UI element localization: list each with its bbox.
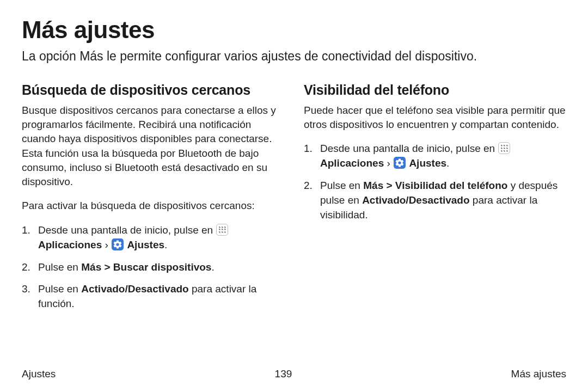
page-footer: Ajustes 139 Más ajustes <box>22 368 566 380</box>
left-column: Búsqueda de dispositivos cercanos Busque… <box>22 82 284 319</box>
apps-label: Aplicaciones <box>320 157 384 169</box>
footer-left: Ajustes <box>22 368 56 380</box>
right-column: Visibilidad del teléfono Puede hacer que… <box>304 82 566 319</box>
period: . <box>446 157 449 169</box>
step-item: Pulse en Más > Visibilidad del teléfono … <box>304 179 566 223</box>
page-title: Más ajustes <box>22 16 566 44</box>
footer-right: Más ajustes <box>511 368 566 380</box>
settings-label: Ajustes <box>409 157 446 169</box>
step-bold: Más > Visibilidad del teléfono <box>363 180 507 191</box>
step-item: Pulse en Más > Buscar dispositivos. <box>22 260 284 275</box>
step-text: Pulse en <box>320 180 363 191</box>
intro-text: La opción Más le permite configurar vari… <box>22 48 566 65</box>
step-bold: Más > Buscar dispositivos <box>81 261 211 273</box>
step-bold: Activado/Desactivado <box>81 283 188 295</box>
settings-label: Ajustes <box>127 239 164 250</box>
apps-label: Aplicaciones <box>38 239 102 250</box>
period: . <box>211 261 214 273</box>
section-para-visibility: Puede hacer que el teléfono sea visible … <box>304 103 566 132</box>
step-item: Desde una pantalla de inicio, pulse en A… <box>304 142 566 171</box>
steps-nearby: Desde una pantalla de inicio, pulse en A… <box>22 223 284 312</box>
step-bold: Activado/Desactivado <box>362 194 469 206</box>
step-item: Pulse en Activado/Desactivado para activ… <box>22 282 284 311</box>
step-text: Desde una pantalla de inicio, pulse en <box>38 224 216 236</box>
separator: › <box>384 157 393 169</box>
section-lead-nearby: Para activar la búsqueda de dispositivos… <box>22 199 284 213</box>
step-text: Pulse en <box>38 261 81 273</box>
settings-icon <box>112 238 124 250</box>
footer-page-number: 139 <box>275 368 292 380</box>
period: . <box>164 239 167 250</box>
section-para-nearby: Busque dispositivos cercanos para conect… <box>22 103 284 189</box>
step-text: Pulse en <box>38 283 81 295</box>
section-heading-visibility: Visibilidad del teléfono <box>304 82 566 98</box>
step-text: Desde una pantalla de inicio, pulse en <box>320 143 498 154</box>
steps-visibility: Desde una pantalla de inicio, pulse en A… <box>304 142 566 223</box>
settings-icon <box>394 157 406 169</box>
section-heading-nearby: Búsqueda de dispositivos cercanos <box>22 82 284 98</box>
separator: › <box>102 239 111 250</box>
content-columns: Búsqueda de dispositivos cercanos Busque… <box>22 82 566 319</box>
apps-icon <box>216 224 228 236</box>
step-item: Desde una pantalla de inicio, pulse en A… <box>22 223 284 253</box>
apps-icon <box>498 142 510 154</box>
